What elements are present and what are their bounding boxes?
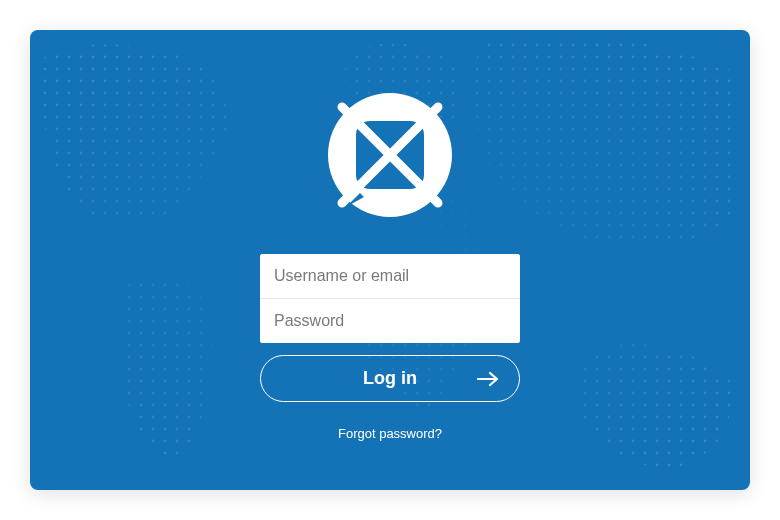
login-button-label: Log in [363,368,417,389]
login-button[interactable]: Log in [260,355,520,402]
app-logo [325,90,455,220]
forgot-password-link[interactable]: Forgot password? [338,426,442,441]
username-field[interactable] [260,254,520,298]
arrow-right-icon [477,371,499,387]
login-panel: Log in Forgot password? [30,30,750,490]
login-form: Log in Forgot password? [260,254,520,441]
password-field[interactable] [260,299,520,343]
credentials-input-group [260,254,520,343]
